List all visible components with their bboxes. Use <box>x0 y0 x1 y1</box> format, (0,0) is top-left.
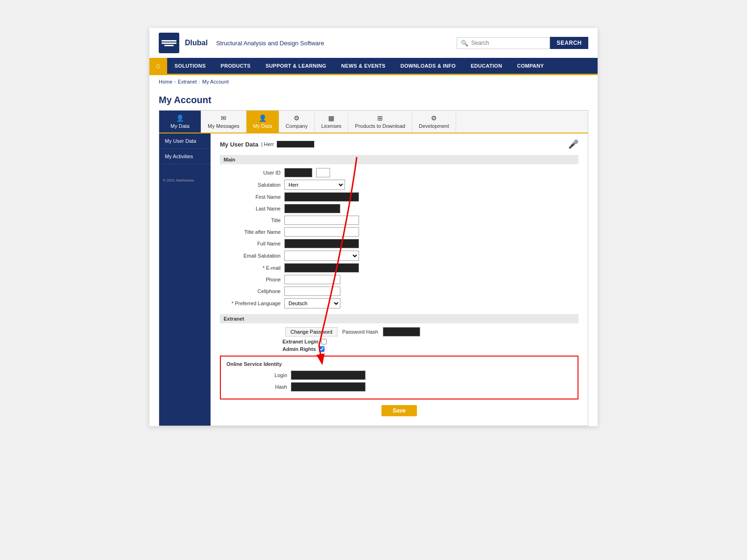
logo-line1 <box>162 40 176 42</box>
password-hash-input[interactable] <box>383 327 420 336</box>
breadcrumb-extranet[interactable]: Extranet <box>178 79 197 84</box>
person-icon: 👤 <box>176 114 184 122</box>
nav-solutions[interactable]: SOLUTIONS <box>167 58 213 74</box>
form-row-firstname: First Name <box>220 192 578 202</box>
firstname-input[interactable] <box>284 192 359 202</box>
logo-text: Dlubal <box>185 39 208 47</box>
title-after-label: Title after Name <box>220 229 281 235</box>
form-row-lastname: Last Name <box>220 204 578 213</box>
tagline: Structural Analysis and Design Software <box>216 40 324 47</box>
title-label: Title <box>220 217 281 223</box>
lastname-input[interactable] <box>284 204 340 213</box>
nav-education[interactable]: EDUCATION <box>463 58 509 74</box>
extranet-password-row: Change Password Password Hash <box>220 327 578 336</box>
email-input[interactable] <box>284 263 359 273</box>
form-area: My User Data | Herr 🎤 Main User ID Salut… <box>211 133 588 426</box>
sidebar-item-user-data[interactable]: My User Data <box>159 133 211 149</box>
phone-label: Phone <box>220 277 281 282</box>
userid-input2[interactable] <box>316 168 330 177</box>
logo-area: Dlubal Structural Analysis and Design So… <box>159 33 324 53</box>
extranet-login-row: Extranet Login <box>220 339 578 344</box>
nav-products[interactable]: PRODUCTS <box>213 58 258 74</box>
search-input[interactable] <box>471 40 546 46</box>
form-subtitle: | Herr <box>261 141 274 147</box>
form-row-phone: Phone <box>220 275 578 284</box>
breadcrumb-home[interactable]: Home <box>159 79 172 84</box>
title-input[interactable] <box>284 216 359 225</box>
messages-icon: ✉ <box>221 114 226 122</box>
tab-development[interactable]: ⚙ Development <box>412 111 456 133</box>
download-icon: ⊞ <box>377 114 383 122</box>
osi-hash-input[interactable] <box>291 382 366 392</box>
form-row-email: * E-mail <box>220 263 578 273</box>
nav-support[interactable]: SUPPORT & LEARNING <box>258 58 334 74</box>
tab-licenses[interactable]: ▦ Licenses <box>315 111 348 133</box>
logo-line2 <box>162 42 176 44</box>
page-title-area: My Account <box>149 88 598 110</box>
admin-rights-checkbox[interactable] <box>319 346 324 352</box>
breadcrumb-sep1: › <box>174 79 176 84</box>
osi-hash-label: Hash <box>226 384 287 390</box>
sidebar-item-activities[interactable]: My Activities <box>159 149 211 164</box>
header-search: 🔍 SEARCH <box>457 37 588 49</box>
tab-products-download-label: Products to Download <box>355 123 405 129</box>
change-password-button[interactable]: Change Password <box>285 327 338 336</box>
nav-downloads[interactable]: DOWNLOADS & INFO <box>393 58 463 74</box>
home-nav-item[interactable]: ⌂ <box>149 58 167 74</box>
tab-my-data-sidebar[interactable]: 👤 My Data <box>159 111 201 133</box>
sidebar-copyright: © 2021 NetGenius <box>159 174 211 187</box>
osi-box: Online Service Identity Login Hash <box>220 356 578 399</box>
form-row-title: Title <box>220 216 578 225</box>
sidebar: My User Data My Activities © 2021 NetGen… <box>159 133 211 426</box>
firstname-label: First Name <box>220 194 281 200</box>
header-top: Dlubal Structural Analysis and Design So… <box>149 28 598 58</box>
tab-my-messages-label: My Messages <box>208 123 240 129</box>
extranet-login-checkbox[interactable] <box>321 339 327 344</box>
title-after-input[interactable] <box>284 227 359 237</box>
page-title: My Account <box>159 95 588 105</box>
email-salutation-select[interactable]: Herr <box>284 251 359 261</box>
fullname-input[interactable] <box>284 239 359 248</box>
nav-company[interactable]: COMPANY <box>509 58 551 74</box>
cellphone-input[interactable] <box>284 287 340 296</box>
search-button[interactable]: SEARCH <box>550 37 588 49</box>
save-row: Save <box>220 405 578 416</box>
form-row-userid: User ID <box>220 168 578 177</box>
mic-icon[interactable]: 🎤 <box>568 139 578 149</box>
tab-my-data[interactable]: 👤 My Data <box>247 111 279 133</box>
nav-news[interactable]: NEWS & EVENTS <box>334 58 393 74</box>
osi-login-input[interactable] <box>291 371 366 380</box>
form-row-cellphone: Cellphone <box>220 287 578 296</box>
logo-icon <box>159 33 179 53</box>
cellphone-label: Cellphone <box>220 288 281 294</box>
breadcrumb: Home › Extranet › My Account <box>149 75 598 88</box>
section-extranet-header: Extranet <box>220 314 578 323</box>
breadcrumb-current: My Account <box>202 79 229 84</box>
form-row-fullname: Full Name <box>220 239 578 248</box>
search-icon: 🔍 <box>461 40 468 47</box>
page-wrapper: Dlubal Structural Analysis and Design So… <box>149 28 598 426</box>
inner-layout: My User Data My Activities © 2021 NetGen… <box>159 133 588 426</box>
form-user-name-redacted <box>277 141 314 147</box>
lang-select[interactable]: Deutsch English <box>284 298 340 308</box>
tab-company[interactable]: ⚙ Company <box>279 111 315 133</box>
email-label: * E-mail <box>220 265 281 271</box>
admin-rights-label: Admin Rights <box>282 346 316 352</box>
tab-my-messages[interactable]: ✉ My Messages <box>201 111 247 133</box>
search-input-wrap: 🔍 <box>457 37 550 49</box>
form-row-lang: * Preferred Language Deutsch English <box>220 298 578 308</box>
form-row-email-salutation: Email Salutation Herr <box>220 251 578 261</box>
userid-input[interactable] <box>284 168 312 177</box>
userid-label: User ID <box>220 170 281 175</box>
email-salutation-label: Email Salutation <box>220 253 281 259</box>
save-button[interactable]: Save <box>381 405 417 416</box>
logo-line3 <box>164 45 174 46</box>
tab-products-download[interactable]: ⊞ Products to Download <box>348 111 412 133</box>
main-nav: ⌂ SOLUTIONS PRODUCTS SUPPORT & LEARNING … <box>149 58 598 74</box>
licenses-icon: ▦ <box>328 114 334 122</box>
extranet-login-label: Extranet Login <box>282 339 318 344</box>
salutation-select[interactable]: Herr Frau <box>284 180 345 190</box>
phone-input[interactable] <box>284 275 340 284</box>
tab-bar: 👤 My Data ✉ My Messages 👤 My Data ⚙ Comp… <box>159 111 588 133</box>
password-hash-label: Password Hash <box>342 329 378 335</box>
